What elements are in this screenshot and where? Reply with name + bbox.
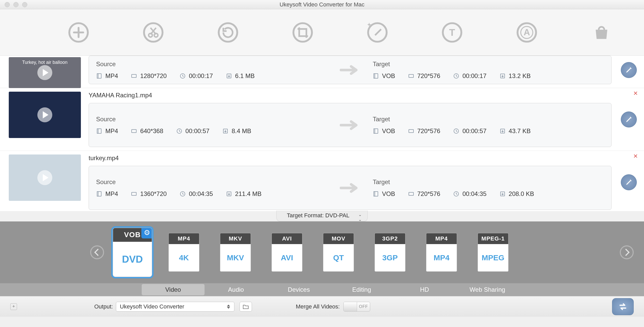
target-size: 13.2 KB [499, 72, 531, 80]
source-label: Source [96, 61, 327, 68]
svg-rect-38 [374, 192, 375, 196]
browse-folder-button[interactable] [240, 302, 252, 312]
format-option-avi[interactable]: AVIAVI [272, 233, 302, 272]
source-duration: 00:00:57 [176, 127, 209, 135]
source-format: MP4 [96, 190, 118, 197]
target-label: Target [373, 178, 604, 186]
svg-rect-29 [409, 130, 413, 133]
effect-button[interactable] [366, 21, 389, 44]
output-folder-value: Ukeysoft Video Converter [120, 303, 184, 310]
arrow-icon [335, 119, 366, 131]
edit-item-button[interactable] [621, 174, 637, 190]
svg-point-1 [144, 23, 163, 42]
category-tab-devices[interactable]: Devices [267, 284, 330, 295]
add-file-button[interactable] [67, 21, 90, 44]
conversion-panel: SourceMP41360*72000:04:35211.4 MBTargetV… [89, 166, 612, 210]
svg-rect-18 [374, 74, 375, 78]
category-tab-editing[interactable]: Editing [330, 284, 393, 295]
merge-toggle[interactable]: OFF [343, 302, 370, 312]
main-toolbar: T A [0, 9, 644, 56]
file-item[interactable]: ✕turkey.mp4SourceMP41360*72000:04:35211.… [0, 151, 644, 211]
text-button[interactable]: T [440, 21, 464, 44]
window-title: Ukeysoft Video Converter for Mac [0, 1, 644, 8]
format-sub: 3GP [375, 244, 405, 271]
source-size: 8.4 MB [222, 127, 251, 135]
format-option-mkv[interactable]: MKVMKV [220, 233, 251, 272]
svg-text:T: T [449, 27, 455, 38]
video-thumbnail[interactable] [9, 92, 81, 138]
target-format: VOB [373, 72, 395, 80]
toggle-state: OFF [357, 304, 370, 309]
target-format-tab[interactable]: Target Format: DVD-PAL ⌄⌄ [0, 211, 644, 221]
svg-rect-32 [97, 192, 101, 196]
format-code: MP4 [426, 233, 457, 244]
shop-button[interactable] [590, 21, 613, 44]
minimize-window-icon[interactable] [13, 2, 19, 7]
output-folder-select[interactable]: Ukeysoft Video Converter [116, 302, 234, 312]
format-sub: QT [323, 244, 354, 271]
zoom-window-icon[interactable] [22, 2, 27, 7]
source-size: 6.1 MB [226, 72, 255, 80]
format-sub: MKV [220, 244, 251, 271]
crop-button[interactable] [291, 21, 314, 44]
close-window-icon[interactable] [5, 2, 10, 7]
play-icon [37, 65, 52, 80]
file-item[interactable]: Turkey, hot air balloonSourceMP41280*720… [0, 56, 644, 88]
svg-rect-12 [97, 74, 101, 78]
shelf-next-button[interactable] [620, 245, 634, 259]
gear-icon[interactable]: ⚙ [141, 228, 152, 238]
svg-rect-39 [409, 192, 413, 195]
svg-rect-13 [97, 74, 98, 78]
format-option-3gp2[interactable]: 3GP23GP [375, 233, 405, 272]
video-thumbnail[interactable]: Turkey, hot air balloon [9, 57, 81, 88]
source-duration: 00:00:17 [180, 72, 213, 80]
remove-item-button[interactable]: ✕ [633, 90, 638, 97]
target-format: VOB [373, 190, 395, 197]
format-option-mpeg-1[interactable]: MPEG-1MPEG [478, 233, 509, 272]
svg-rect-28 [374, 129, 375, 133]
target-label: Target [373, 116, 604, 123]
category-tab-web-sharing[interactable]: Web Sharing [456, 284, 519, 295]
edit-item-button[interactable] [621, 62, 637, 78]
toggle-knob [344, 302, 357, 311]
format-option-mov[interactable]: MOVQT [323, 233, 354, 272]
format-code: MKV [220, 233, 251, 244]
category-tab-video[interactable]: Video [142, 284, 205, 295]
category-tab-hd[interactable]: HD [393, 284, 456, 295]
file-list: Turkey, hot air balloonSourceMP41280*720… [0, 56, 644, 211]
edit-item-button[interactable] [621, 111, 637, 127]
thumb-caption: Turkey, hot air balloon [11, 60, 78, 65]
target-size: 208.0 KB [499, 190, 534, 197]
trim-button[interactable] [142, 21, 165, 44]
rotate-button[interactable] [216, 21, 240, 44]
file-item[interactable]: ✕YAMAHA Racing1.mp4SourceMP4640*36800:00… [0, 88, 644, 151]
titlebar: Ukeysoft Video Converter for Mac [0, 0, 644, 9]
watermark-button[interactable]: A [515, 21, 538, 44]
source-resolution: 1280*720 [131, 72, 167, 80]
source-size: 211.4 MB [226, 190, 262, 197]
source-label: Source [96, 116, 327, 123]
file-name: turkey.mp4 [89, 154, 612, 162]
svg-point-5 [293, 23, 312, 42]
format-option-mp4[interactable]: MP4MP4 [426, 233, 457, 272]
stepper-icon [227, 303, 233, 310]
add-small-button[interactable]: + [10, 303, 17, 310]
svg-rect-14 [132, 74, 136, 78]
format-code: MOV [323, 233, 354, 244]
format-sub: MPEG [478, 244, 508, 271]
target-resolution: 720*576 [408, 127, 440, 135]
svg-rect-19 [409, 74, 413, 78]
format-code: MP4 [169, 233, 199, 244]
format-option-mp4[interactable]: MP44K [168, 233, 199, 272]
source-resolution: 1360*720 [131, 190, 167, 197]
play-icon [37, 170, 52, 185]
target-duration: 00:04:35 [453, 190, 486, 197]
video-thumbnail[interactable] [9, 154, 81, 201]
format-option-vob[interactable]: ⚙VOBDVD [113, 228, 152, 277]
shelf-prev-button[interactable] [90, 245, 104, 259]
target-format: VOB [373, 127, 395, 135]
svg-rect-23 [97, 129, 98, 133]
category-tab-audio[interactable]: Audio [205, 284, 267, 295]
convert-button[interactable] [612, 298, 634, 315]
remove-item-button[interactable]: ✕ [633, 153, 638, 160]
